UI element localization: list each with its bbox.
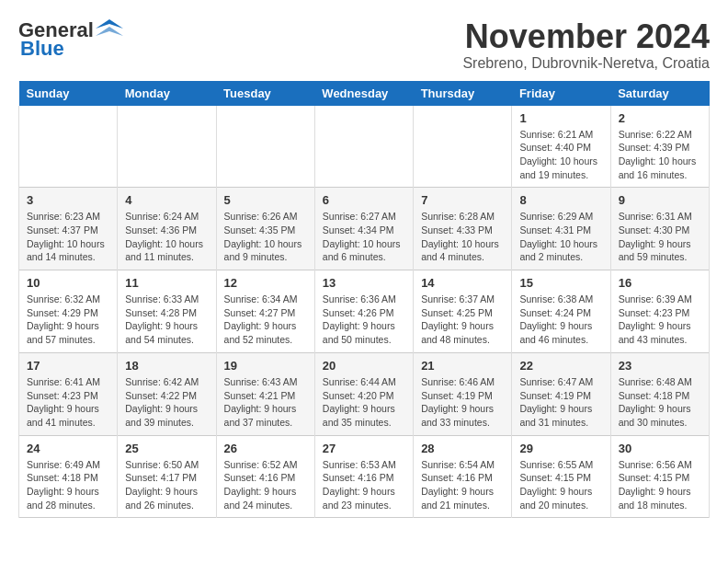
day-number-28: 28: [421, 442, 504, 455]
empty-cell: [314, 106, 413, 188]
empty-cell: [414, 106, 512, 188]
day-number-12: 12: [224, 276, 307, 290]
day-info-15: Sunrise: 6:38 AM Sunset: 4:24 PM Dayligh…: [519, 293, 602, 347]
day-number-2: 2: [619, 111, 701, 125]
day-info-14: Sunrise: 6:37 AM Sunset: 4:25 PM Dayligh…: [421, 293, 504, 347]
day-number-30: 30: [619, 442, 701, 455]
day-number-22: 22: [519, 359, 602, 373]
empty-cell: [216, 106, 314, 188]
day-number-4: 4: [125, 193, 208, 207]
day-cell-3: 3Sunrise: 6:23 AM Sunset: 4:37 PM Daylig…: [19, 188, 118, 270]
day-cell-19: 19Sunrise: 6:43 AM Sunset: 4:21 PM Dayli…: [216, 352, 314, 435]
day-cell-25: 25Sunrise: 6:50 AM Sunset: 4:17 PM Dayli…: [118, 435, 216, 518]
day-number-23: 23: [619, 359, 701, 373]
day-info-26: Sunrise: 6:52 AM Sunset: 4:16 PM Dayligh…: [224, 458, 307, 512]
day-number-10: 10: [27, 276, 109, 290]
day-info-11: Sunrise: 6:33 AM Sunset: 4:28 PM Dayligh…: [125, 293, 208, 347]
logo-blue-text: Blue: [18, 37, 64, 61]
day-number-19: 19: [224, 359, 307, 373]
day-cell-21: 21Sunrise: 6:46 AM Sunset: 4:19 PM Dayli…: [414, 352, 512, 435]
week-row-1: 1Sunrise: 6:21 AM Sunset: 4:40 PM Daylig…: [19, 106, 710, 188]
day-cell-23: 23Sunrise: 6:48 AM Sunset: 4:18 PM Dayli…: [610, 352, 709, 435]
day-info-27: Sunrise: 6:53 AM Sunset: 4:16 PM Dayligh…: [323, 458, 405, 512]
day-number-26: 26: [224, 442, 307, 455]
day-cell-17: 17Sunrise: 6:41 AM Sunset: 4:23 PM Dayli…: [19, 352, 118, 435]
day-cell-15: 15Sunrise: 6:38 AM Sunset: 4:24 PM Dayli…: [512, 270, 610, 353]
day-info-23: Sunrise: 6:48 AM Sunset: 4:18 PM Dayligh…: [619, 375, 701, 430]
day-number-17: 17: [27, 359, 109, 373]
day-number-27: 27: [323, 442, 405, 455]
day-number-1: 1: [519, 111, 602, 125]
day-info-10: Sunrise: 6:32 AM Sunset: 4:29 PM Dayligh…: [27, 293, 109, 347]
day-number-25: 25: [125, 442, 208, 455]
day-info-4: Sunrise: 6:24 AM Sunset: 4:36 PM Dayligh…: [125, 210, 208, 264]
day-cell-4: 4Sunrise: 6:24 AM Sunset: 4:36 PM Daylig…: [118, 188, 216, 270]
day-info-7: Sunrise: 6:28 AM Sunset: 4:33 PM Dayligh…: [421, 210, 504, 264]
empty-cell: [19, 106, 118, 188]
day-number-9: 9: [619, 193, 701, 207]
day-cell-18: 18Sunrise: 6:42 AM Sunset: 4:22 PM Dayli…: [118, 352, 216, 435]
day-info-16: Sunrise: 6:39 AM Sunset: 4:23 PM Dayligh…: [619, 293, 701, 347]
day-cell-7: 7Sunrise: 6:28 AM Sunset: 4:33 PM Daylig…: [414, 188, 512, 270]
day-info-3: Sunrise: 6:23 AM Sunset: 4:37 PM Dayligh…: [27, 210, 109, 264]
day-info-30: Sunrise: 6:56 AM Sunset: 4:15 PM Dayligh…: [619, 458, 701, 512]
weekday-header-monday: Monday: [118, 81, 216, 106]
day-cell-2: 2Sunrise: 6:22 AM Sunset: 4:39 PM Daylig…: [610, 106, 709, 188]
day-info-6: Sunrise: 6:27 AM Sunset: 4:34 PM Dayligh…: [323, 210, 405, 264]
page-header: General Blue November 2024 Srebreno, Dub…: [18, 18, 710, 72]
day-cell-12: 12Sunrise: 6:34 AM Sunset: 4:27 PM Dayli…: [216, 270, 314, 353]
day-number-24: 24: [27, 442, 109, 455]
weekday-header-friday: Friday: [512, 81, 610, 106]
day-info-18: Sunrise: 6:42 AM Sunset: 4:22 PM Dayligh…: [125, 375, 208, 430]
day-number-6: 6: [323, 193, 405, 207]
empty-cell: [118, 106, 216, 188]
day-number-3: 3: [27, 193, 109, 207]
day-number-14: 14: [421, 276, 504, 290]
day-info-20: Sunrise: 6:44 AM Sunset: 4:20 PM Dayligh…: [323, 375, 405, 430]
day-info-19: Sunrise: 6:43 AM Sunset: 4:21 PM Dayligh…: [224, 375, 307, 430]
day-cell-26: 26Sunrise: 6:52 AM Sunset: 4:16 PM Dayli…: [216, 435, 314, 518]
day-cell-11: 11Sunrise: 6:33 AM Sunset: 4:28 PM Dayli…: [118, 270, 216, 353]
day-info-29: Sunrise: 6:55 AM Sunset: 4:15 PM Dayligh…: [519, 458, 602, 512]
weekday-header-row: SundayMondayTuesdayWednesdayThursdayFrid…: [19, 81, 710, 106]
day-cell-20: 20Sunrise: 6:44 AM Sunset: 4:20 PM Dayli…: [314, 352, 413, 435]
day-number-7: 7: [421, 193, 504, 207]
logo-arrow-icon: [96, 19, 123, 38]
day-info-17: Sunrise: 6:41 AM Sunset: 4:23 PM Dayligh…: [27, 375, 109, 430]
weekday-header-wednesday: Wednesday: [314, 81, 413, 106]
svg-marker-1: [96, 27, 123, 36]
day-cell-5: 5Sunrise: 6:26 AM Sunset: 4:35 PM Daylig…: [216, 188, 314, 270]
month-title: November 2024: [462, 18, 710, 55]
day-info-5: Sunrise: 6:26 AM Sunset: 4:35 PM Dayligh…: [224, 210, 307, 264]
day-cell-13: 13Sunrise: 6:36 AM Sunset: 4:26 PM Dayli…: [314, 270, 413, 353]
day-number-11: 11: [125, 276, 208, 290]
day-number-21: 21: [421, 359, 504, 373]
day-cell-27: 27Sunrise: 6:53 AM Sunset: 4:16 PM Dayli…: [314, 435, 413, 518]
day-cell-9: 9Sunrise: 6:31 AM Sunset: 4:30 PM Daylig…: [610, 188, 709, 270]
day-number-13: 13: [323, 276, 405, 290]
day-info-12: Sunrise: 6:34 AM Sunset: 4:27 PM Dayligh…: [224, 293, 307, 347]
day-number-20: 20: [323, 359, 405, 373]
day-info-28: Sunrise: 6:54 AM Sunset: 4:16 PM Dayligh…: [421, 458, 504, 512]
day-number-8: 8: [519, 193, 602, 207]
day-info-9: Sunrise: 6:31 AM Sunset: 4:30 PM Dayligh…: [619, 210, 701, 264]
week-row-2: 3Sunrise: 6:23 AM Sunset: 4:37 PM Daylig…: [19, 188, 710, 270]
day-info-24: Sunrise: 6:49 AM Sunset: 4:18 PM Dayligh…: [27, 458, 109, 512]
location-subtitle: Srebreno, Dubrovnik-Neretva, Croatia: [462, 55, 710, 72]
day-info-8: Sunrise: 6:29 AM Sunset: 4:31 PM Dayligh…: [519, 210, 602, 264]
title-block: November 2024 Srebreno, Dubrovnik-Neretv…: [462, 18, 710, 72]
logo: General Blue: [18, 18, 123, 61]
week-row-5: 24Sunrise: 6:49 AM Sunset: 4:18 PM Dayli…: [19, 435, 710, 518]
week-row-3: 10Sunrise: 6:32 AM Sunset: 4:29 PM Dayli…: [19, 270, 710, 353]
day-cell-8: 8Sunrise: 6:29 AM Sunset: 4:31 PM Daylig…: [512, 188, 610, 270]
day-cell-30: 30Sunrise: 6:56 AM Sunset: 4:15 PM Dayli…: [610, 435, 709, 518]
day-info-13: Sunrise: 6:36 AM Sunset: 4:26 PM Dayligh…: [323, 293, 405, 347]
day-cell-1: 1Sunrise: 6:21 AM Sunset: 4:40 PM Daylig…: [512, 106, 610, 188]
day-cell-22: 22Sunrise: 6:47 AM Sunset: 4:19 PM Dayli…: [512, 352, 610, 435]
day-cell-16: 16Sunrise: 6:39 AM Sunset: 4:23 PM Dayli…: [610, 270, 709, 353]
day-cell-6: 6Sunrise: 6:27 AM Sunset: 4:34 PM Daylig…: [314, 188, 413, 270]
day-cell-14: 14Sunrise: 6:37 AM Sunset: 4:25 PM Dayli…: [414, 270, 512, 353]
day-number-15: 15: [519, 276, 602, 290]
day-number-5: 5: [224, 193, 307, 207]
weekday-header-thursday: Thursday: [414, 81, 512, 106]
